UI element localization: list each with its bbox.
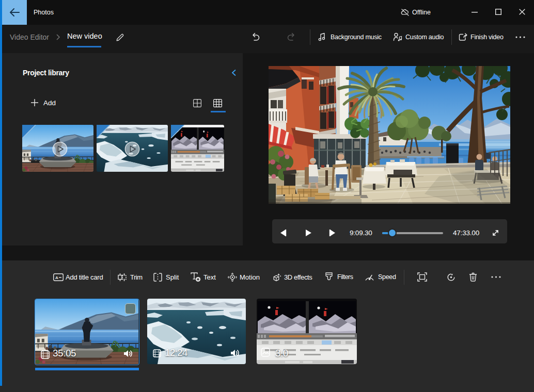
svg-text:A: A (55, 275, 58, 280)
